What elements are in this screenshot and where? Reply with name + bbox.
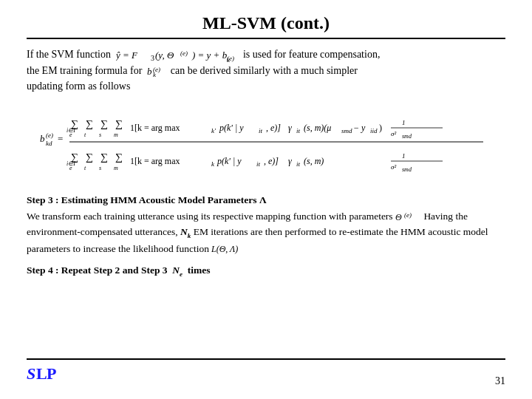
svg-text:1: 1 <box>402 119 406 126</box>
svg-text:ŷ = F: ŷ = F <box>116 50 138 61</box>
svg-text:s: s <box>99 165 101 171</box>
svm-function-formula: ŷ = F 3 (y, Θ (e) ) = y + b (e) k <box>116 48 238 63</box>
svg-text:(y, Θ: (y, Θ <box>155 50 174 61</box>
svg-text:smd: smd <box>402 166 412 173</box>
svg-text:t: t <box>84 165 86 171</box>
svg-text:b: b <box>147 66 152 77</box>
svg-text:1: 1 <box>402 152 406 160</box>
svg-text:) = y + b: ) = y + b <box>191 50 228 61</box>
svg-text:k: k <box>211 160 215 168</box>
slide-title: ML-SVM (cont.) <box>202 13 330 33</box>
svg-text:σ²: σ² <box>391 163 396 171</box>
bk-formula-inline: b k (e) <box>147 65 168 78</box>
svg-text:Θ: Θ <box>395 212 402 222</box>
svg-text:): ) <box>379 123 382 133</box>
title-divider <box>27 38 505 39</box>
svg-text:iid: iid <box>370 127 378 134</box>
content-area: If the SVM function ŷ = F 3 (y, Θ (e) ) … <box>27 47 505 358</box>
likelihood-formula: L(Θ, Λ) <box>211 243 256 255</box>
svg-text:p(k' | y: p(k' | y <box>219 123 244 133</box>
page-number: 31 <box>495 375 505 387</box>
intro-line1-part2: is used for feature compensation, <box>240 49 380 60</box>
svg-text:it: it <box>296 127 301 134</box>
svg-text:L: L <box>36 364 47 383</box>
svg-text:m: m <box>114 132 118 138</box>
svg-text:3: 3 <box>151 54 154 62</box>
intro-text: If the SVM function ŷ = F 3 (y, Θ (e) ) … <box>27 47 505 94</box>
svg-text:, e)]: , e)] <box>266 123 281 133</box>
step4-heading: Step 4 : Repeat Step 2 and Step 3 Ne tim… <box>27 263 505 279</box>
svg-text:b: b <box>40 133 45 144</box>
svg-text:smd: smd <box>341 127 352 134</box>
svg-text:− y: − y <box>353 123 366 133</box>
svg-text:(s, m)(μ: (s, m)(μ <box>304 123 331 133</box>
title-area: ML-SVM (cont.) <box>27 13 505 33</box>
logo: S L P <box>27 363 58 387</box>
theta-formula: Θ (e) <box>395 211 421 223</box>
svg-text:=: = <box>58 133 63 144</box>
svg-text:m: m <box>114 165 118 171</box>
svg-text:∑: ∑ <box>100 118 108 129</box>
slide: ML-SVM (cont.) If the SVM function ŷ = F… <box>0 0 532 399</box>
step3-heading: Step 3 : Estimating HMM Acoustic Model P… <box>27 193 505 208</box>
svg-text:σ²: σ² <box>391 130 396 137</box>
step3-body: We transform each training utterance usi… <box>27 209 505 256</box>
svg-text:k': k' <box>211 127 216 134</box>
svg-text:p(k' | y: p(k' | y <box>216 156 242 166</box>
svg-text:it: it <box>296 160 301 168</box>
svg-text:e: e <box>69 132 72 138</box>
slp-logo-icon: S L P <box>27 363 58 383</box>
svg-text:kd: kd <box>46 140 52 147</box>
svg-text:γ: γ <box>288 156 292 166</box>
svg-text:(e): (e) <box>46 132 53 139</box>
formula-block: b kd (e) = ∑ i∈I e ∑ t ∑ s ∑ m 1[k = arg… <box>40 101 505 183</box>
svg-text:L(Θ, Λ): L(Θ, Λ) <box>211 244 238 254</box>
intro-line1-part1: If the SVM function <box>27 49 113 60</box>
svg-text:s: s <box>99 132 101 138</box>
intro-line3: updating form as follows <box>27 81 130 92</box>
svg-text:it: it <box>259 127 263 134</box>
main-formula-svg: b kd (e) = ∑ i∈I e ∑ t ∑ s ∑ m 1[k = arg… <box>40 101 498 183</box>
svg-text:∑: ∑ <box>100 151 108 163</box>
steps-area: Step 3 : Estimating HMM Acoustic Model P… <box>27 193 505 281</box>
svg-text:1[k = arg max: 1[k = arg max <box>130 156 180 166</box>
svg-text:(e): (e) <box>404 211 412 219</box>
svg-text:γ: γ <box>288 123 292 133</box>
svg-text:it: it <box>256 160 261 168</box>
svg-text:∑: ∑ <box>115 118 123 129</box>
svg-text:P: P <box>47 364 56 383</box>
svg-text:t: t <box>84 132 86 138</box>
svg-text:(e): (e) <box>180 50 188 57</box>
svg-text:∑: ∑ <box>86 151 93 163</box>
svg-text:(s, m): (s, m) <box>304 156 324 166</box>
svg-text:∑: ∑ <box>86 118 93 129</box>
intro-line2: the EM training formula for <box>27 65 145 76</box>
svg-text:smd: smd <box>402 133 412 140</box>
svg-text:e: e <box>69 165 72 171</box>
svg-text:S: S <box>27 364 35 383</box>
svg-text:∑: ∑ <box>115 151 123 163</box>
intro-line2b: can be derived similarly with a much sim… <box>171 65 358 76</box>
svg-text:1[k = arg max: 1[k = arg max <box>130 123 180 133</box>
svg-text:, e)]: , e)] <box>264 156 279 166</box>
bottom-bar: S L P 31 <box>27 358 505 387</box>
svg-text:(e): (e) <box>153 66 160 73</box>
